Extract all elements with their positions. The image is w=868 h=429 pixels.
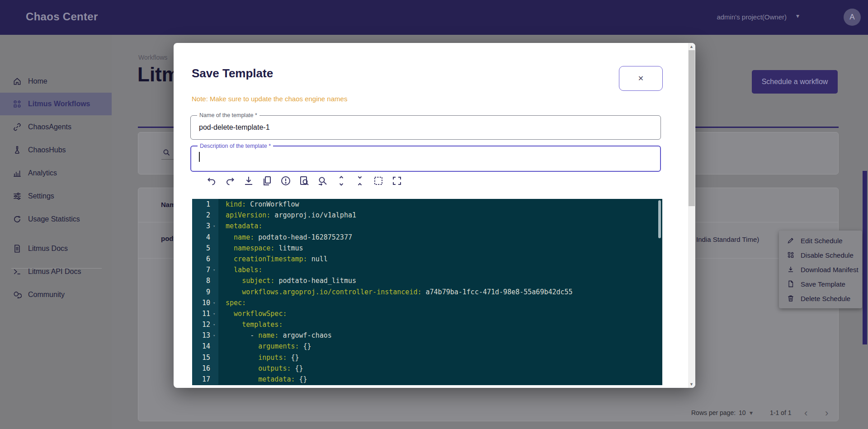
code-text: metadata: {} (218, 374, 307, 385)
menu-item-save-template[interactable]: Save Template (779, 277, 862, 291)
undo-icon[interactable] (206, 175, 217, 186)
code-line: 3▾metadata: (192, 221, 662, 231)
code-text: subject: podtato-head_litmus (218, 275, 356, 286)
sidebar-item-label: Analytics (28, 169, 57, 177)
workflow-grid-icon (787, 251, 794, 259)
template-name-field[interactable]: Name of the template * pod-delete-templa… (190, 115, 661, 140)
file-icon (787, 280, 794, 288)
line-number: 1 (192, 199, 213, 210)
menu-item-delete-schedule[interactable]: Delete Schedule (779, 291, 862, 306)
chat-bubbles-icon (13, 290, 22, 299)
brand-title: Chaos Center (26, 10, 98, 23)
menu-item-label: Edit Schedule (801, 237, 843, 245)
modal-scrollbar-thumb[interactable] (689, 50, 695, 206)
search-icon[interactable] (162, 148, 170, 156)
template-name-label: Name of the template * (197, 112, 259, 118)
code-text: metadata: (218, 221, 262, 231)
breadcrumb[interactable]: Workflows (138, 54, 167, 61)
code-line: 6 creationTimestamp: null (192, 254, 662, 264)
menu-item-edit-schedule[interactable]: Edit Schedule (779, 233, 862, 248)
template-description-field[interactable]: Description of the template * (190, 146, 661, 172)
code-line: 14 arguments: {} (192, 341, 662, 352)
replace-icon[interactable] (317, 175, 328, 186)
sliders-icon (13, 192, 22, 201)
sidebar-item-chaoshubs[interactable]: ChaosHubs (0, 139, 112, 161)
modal-scrollbar[interactable]: ▲ ▼ (688, 43, 695, 388)
fold-icon[interactable] (354, 175, 365, 186)
code-line: 7▾ labels: (192, 264, 662, 275)
line-number: 6 (192, 254, 213, 264)
trash-icon (787, 295, 794, 302)
sidebar-item-usage-statistics[interactable]: Usage Statistics (0, 208, 112, 231)
gutter-spacer (213, 199, 218, 210)
table-row-time: India Standard Time) (696, 236, 759, 243)
line-number: 11 (192, 308, 213, 319)
page-title: Litm (137, 63, 179, 86)
line-number: 12 (192, 319, 213, 330)
copy-icon[interactable] (262, 175, 273, 186)
sidebar-item-home[interactable]: Home (0, 70, 112, 93)
yaml-editor[interactable]: 1kind: CronWorkflow2apiVersion: argoproj… (192, 199, 662, 385)
find-icon[interactable] (299, 175, 310, 186)
code-line: 8 subject: podtato-head_litmus (192, 275, 662, 286)
download-icon (787, 266, 794, 273)
select-all-icon[interactable] (373, 175, 384, 186)
fold-caret-icon[interactable]: ▾ (213, 319, 218, 330)
page-scrollbar-thumb[interactable] (863, 171, 867, 344)
line-number: 7 (192, 264, 213, 275)
fold-caret-icon[interactable]: ▾ (213, 330, 218, 341)
line-number: 5 (192, 243, 213, 254)
code-text: labels: (218, 264, 262, 275)
line-number: 2 (192, 210, 213, 221)
sidebar-item-community[interactable]: Community (0, 283, 112, 306)
code-text: apiVersion: argoproj.io/v1alpha1 (218, 210, 356, 221)
scroll-down-icon[interactable]: ▼ (689, 382, 693, 387)
gutter-spacer (213, 275, 218, 286)
sidebar-item-analytics[interactable]: Analytics (0, 162, 112, 184)
code-line: 5 namespace: litmus (192, 243, 662, 254)
previous-page-button[interactable]: ‹ (804, 407, 807, 419)
sidebar-item-chaosagents[interactable]: ChaosAgents (0, 116, 112, 138)
sidebar-item-litmus-workflows[interactable]: Litmus Workflows (0, 93, 112, 115)
close-button[interactable]: ✕ (619, 66, 663, 91)
code-line: 2apiVersion: argoproj.io/v1alpha1 (192, 210, 662, 221)
chevron-down-icon[interactable]: ▾ (796, 12, 799, 19)
chevron-down-icon[interactable]: ▾ (750, 409, 753, 416)
sidebar-item-label: Settings (28, 192, 54, 200)
sidebar-item-litmus-api-docs[interactable]: Litmus API Docs (0, 260, 112, 283)
line-number: 13 (192, 330, 213, 341)
code-line: 11▾ workflowSpec: (192, 308, 662, 319)
error-info-icon[interactable] (280, 175, 291, 186)
fold-caret-icon[interactable]: ▾ (213, 297, 218, 308)
fold-caret-icon[interactable]: ▾ (213, 264, 218, 275)
scroll-up-icon[interactable]: ▲ (689, 44, 693, 49)
line-number: 4 (192, 232, 213, 243)
unfold-icon[interactable] (336, 175, 347, 186)
fullscreen-icon[interactable] (392, 175, 402, 186)
download-icon[interactable] (243, 175, 254, 186)
gutter-spacer (213, 287, 218, 297)
gutter-spacer (213, 232, 218, 243)
line-number: 10 (192, 297, 213, 308)
editor-scrollbar-thumb[interactable] (658, 200, 661, 238)
gutter-spacer (213, 243, 218, 254)
fold-caret-icon[interactable]: ▾ (213, 221, 218, 231)
line-number: 9 (192, 287, 213, 297)
menu-item-download-manifest[interactable]: Download Manifest (779, 262, 862, 277)
sidebar-item-settings[interactable]: Settings (0, 185, 112, 207)
schedule-workflow-button[interactable]: Schedule a workflow (752, 70, 838, 94)
fold-caret-icon[interactable]: ▾ (213, 308, 218, 319)
rows-per-page-select[interactable]: 10 (739, 409, 746, 416)
redo-icon[interactable] (225, 175, 236, 186)
code-line: 4 name: podtato-head-1628752377 (192, 232, 662, 243)
sidebar-item-label: Litmus Docs (28, 245, 68, 253)
refresh-circle-icon (13, 215, 22, 224)
project-selector[interactable]: admin's project(Owner) (717, 13, 787, 21)
sidebar-item-litmus-docs[interactable]: Litmus Docs (0, 237, 112, 260)
line-number: 3 (192, 221, 213, 231)
next-page-button[interactable]: › (825, 407, 828, 419)
line-number: 17 (192, 374, 213, 385)
avatar[interactable]: A (844, 9, 861, 26)
menu-item-disable-schedule[interactable]: Disable Schedule (779, 248, 862, 262)
pencil-icon (787, 237, 794, 244)
